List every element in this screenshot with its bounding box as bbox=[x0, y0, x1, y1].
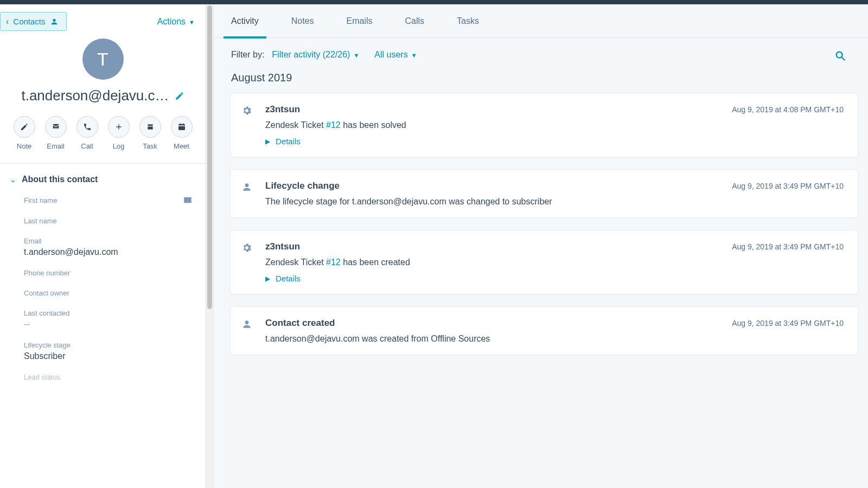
phone-icon bbox=[83, 123, 92, 131]
task-label: Task bbox=[143, 142, 157, 150]
person-icon bbox=[241, 181, 253, 207]
person-icon bbox=[241, 318, 253, 344]
email-button[interactable]: Email bbox=[45, 116, 67, 150]
activity-description: t.anderson@dejavu.com was created from O… bbox=[265, 334, 490, 343]
activity-timestamp: Aug 9, 2019 at 3:49 PM GMT+10 bbox=[732, 182, 844, 190]
chevron-left-icon: ‹ bbox=[6, 17, 9, 26]
chevron-right-icon: ▶ bbox=[265, 138, 270, 145]
about-section: ⌄ About this contact First name Last nam… bbox=[0, 164, 206, 383]
app-topbar bbox=[0, 0, 868, 4]
record-tabs: Activity Notes Emails Calls Tasks bbox=[214, 4, 868, 38]
back-label: Contacts bbox=[13, 17, 45, 26]
email-label: Email bbox=[47, 142, 65, 150]
activity-title: Lifecycle change bbox=[265, 181, 340, 191]
field-email[interactable]: Email t.anderson@dejavu.com bbox=[24, 237, 193, 257]
activity-timestamp: Aug 9, 2019 at 3:49 PM GMT+10 bbox=[732, 242, 844, 251]
filter-by-label: Filter by: bbox=[231, 50, 264, 60]
svg-point-0 bbox=[837, 52, 843, 58]
email-field-value: t.anderson@dejavu.com bbox=[24, 247, 193, 257]
ticket-link[interactable]: #12 bbox=[326, 258, 341, 267]
svg-line-1 bbox=[842, 57, 845, 61]
note-icon bbox=[20, 123, 29, 131]
call-label: Call bbox=[81, 142, 93, 150]
about-title: About this contact bbox=[22, 175, 98, 184]
scrollbar-thumb[interactable] bbox=[207, 5, 212, 309]
contact-sidebar: ‹ Contacts Actions ▼ T t.anderson@dejavu… bbox=[0, 4, 206, 488]
field-last-name[interactable]: Last name bbox=[24, 217, 193, 225]
sidebar-scrollbar[interactable] bbox=[206, 4, 214, 488]
first-name-label: First name bbox=[24, 196, 57, 204]
month-heading: August 2019 bbox=[214, 67, 868, 93]
note-label: Note bbox=[17, 142, 31, 150]
field-last-contacted: Last contacted -- bbox=[24, 309, 193, 329]
field-owner[interactable]: Contact owner bbox=[24, 289, 193, 297]
lifecycle-label: Lifecycle stage bbox=[24, 341, 71, 349]
lifecycle-value: Subscriber bbox=[24, 351, 193, 361]
contact-name: t.anderson@dejavu.c… bbox=[21, 87, 169, 104]
log-label: Log bbox=[113, 142, 125, 150]
field-phone[interactable]: Phone number bbox=[24, 269, 193, 277]
activity-card: Lifecycle changeAug 9, 2019 at 3:49 PM G… bbox=[230, 169, 858, 218]
activity-card: z3ntsunAug 9, 2019 at 3:49 PM GMT+10Zend… bbox=[230, 230, 858, 294]
caret-down-icon: ▼ bbox=[411, 52, 417, 59]
email-field-label: Email bbox=[24, 237, 42, 245]
log-button[interactable]: Log bbox=[108, 116, 130, 150]
tab-activity[interactable]: Activity bbox=[231, 4, 259, 38]
activity-description: The lifecycle stage for t.anderson@dejav… bbox=[265, 197, 552, 206]
activity-timestamp: Aug 9, 2019 at 4:08 PM GMT+10 bbox=[732, 105, 844, 114]
gear-icon bbox=[241, 241, 253, 283]
chevron-down-icon: ⌄ bbox=[10, 175, 16, 184]
call-button[interactable]: Call bbox=[76, 116, 98, 150]
activity-feed: z3ntsunAug 9, 2019 at 4:08 PM GMT+10Zend… bbox=[214, 93, 868, 355]
last-name-label: Last name bbox=[24, 217, 57, 225]
contact-action-row: Note Email Call Log Task bbox=[11, 116, 195, 150]
ticket-link[interactable]: #12 bbox=[326, 120, 341, 130]
email-icon bbox=[52, 123, 60, 131]
about-toggle[interactable]: ⌄ About this contact bbox=[10, 175, 193, 184]
back-to-contacts-button[interactable]: ‹ Contacts bbox=[0, 12, 67, 31]
activity-title: Contact created bbox=[265, 318, 335, 329]
note-button[interactable]: Note bbox=[14, 116, 35, 150]
activity-card: z3ntsunAug 9, 2019 at 4:08 PM GMT+10Zend… bbox=[230, 93, 858, 157]
field-lifecycle[interactable]: Lifecycle stage Subscriber bbox=[24, 341, 193, 361]
meet-button[interactable]: Meet bbox=[171, 116, 193, 150]
avatar-letter: T bbox=[97, 49, 108, 70]
lead-status-label: Lead status bbox=[24, 373, 60, 381]
avatar: T bbox=[82, 38, 124, 80]
last-contacted-label: Last contacted bbox=[24, 309, 70, 317]
actions-dropdown[interactable]: Actions ▼ bbox=[157, 17, 195, 27]
activity-title: z3ntsun bbox=[265, 104, 300, 115]
task-button[interactable]: Task bbox=[139, 116, 161, 150]
filter-bar: Filter by: Filter activity (22/26) ▼ All… bbox=[214, 38, 868, 67]
tab-tasks[interactable]: Tasks bbox=[457, 4, 479, 38]
caret-down-icon: ▼ bbox=[353, 52, 359, 59]
phone-label: Phone number bbox=[24, 269, 70, 277]
contact-profile: T t.anderson@dejavu.c… Note Email bbox=[0, 38, 206, 164]
activity-title: z3ntsun bbox=[265, 241, 300, 252]
tab-notes[interactable]: Notes bbox=[291, 4, 314, 38]
actions-label: Actions bbox=[157, 17, 186, 27]
filter-users-dropdown[interactable]: All users ▼ bbox=[374, 50, 417, 60]
owner-label: Contact owner bbox=[24, 289, 69, 297]
calendar-icon bbox=[177, 123, 186, 131]
meet-label: Meet bbox=[174, 142, 189, 150]
field-lead-status[interactable]: Lead status bbox=[24, 373, 193, 381]
caret-down-icon: ▼ bbox=[189, 19, 195, 25]
filter-activity-dropdown[interactable]: Filter activity (22/26) ▼ bbox=[272, 50, 359, 60]
chevron-right-icon: ▶ bbox=[265, 275, 270, 282]
last-contacted-value: -- bbox=[24, 319, 193, 329]
plus-icon bbox=[114, 123, 123, 131]
details-toggle[interactable]: ▶Details bbox=[265, 274, 301, 283]
id-card-icon[interactable] bbox=[183, 195, 193, 205]
gear-icon bbox=[241, 104, 253, 146]
pencil-icon[interactable] bbox=[175, 91, 184, 101]
details-toggle[interactable]: ▶Details bbox=[265, 137, 301, 146]
main-panel: Activity Notes Emails Calls Tasks Filter… bbox=[214, 4, 868, 488]
search-icon[interactable] bbox=[834, 50, 846, 62]
tab-calls[interactable]: Calls bbox=[405, 4, 424, 38]
person-icon bbox=[50, 17, 59, 26]
activity-card: Contact createdAug 9, 2019 at 3:49 PM GM… bbox=[230, 306, 858, 355]
task-icon bbox=[146, 123, 155, 131]
field-first-name[interactable]: First name bbox=[24, 195, 193, 205]
tab-emails[interactable]: Emails bbox=[346, 4, 372, 38]
